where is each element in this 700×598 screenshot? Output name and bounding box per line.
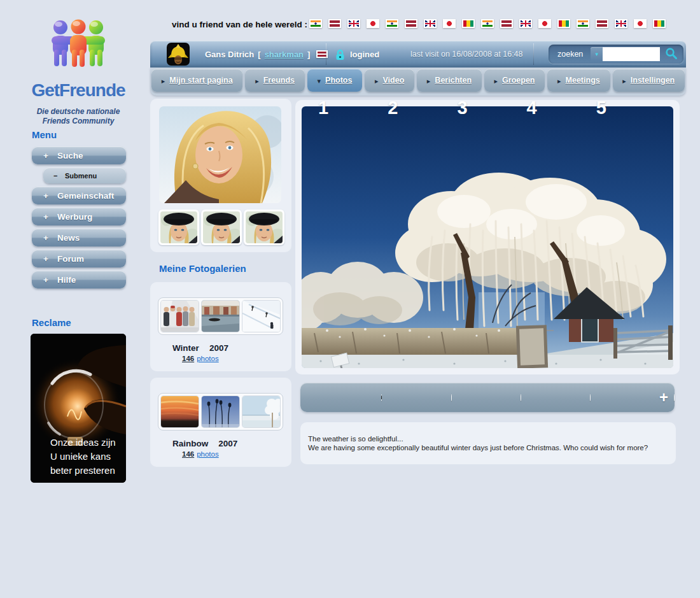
chevron-right-icon [162, 75, 165, 86]
world-bar-label: vind u friend van de hele wereld : [172, 20, 307, 29]
gallery-thumb-sunset[interactable] [161, 396, 199, 427]
gallery-thumb-ski-slope[interactable] [242, 301, 280, 332]
flag-icon[interactable] [500, 19, 513, 28]
profile-thumb-3[interactable] [244, 210, 284, 245]
logo-title[interactable]: GetFreunde [25, 80, 131, 101]
gallery-thumb-frost-tree[interactable] [242, 396, 280, 427]
tab-groepen[interactable]: Groepen [484, 69, 545, 92]
page-number-3[interactable]: 3 [457, 99, 514, 598]
page-number-1[interactable]: 1 [318, 99, 375, 598]
flag-icon[interactable] [481, 19, 494, 28]
gallery-title: Winter2007 [172, 343, 228, 353]
gallery-photos-link[interactable]: 146photos [182, 355, 219, 362]
samurai-avatar-icon [167, 43, 190, 66]
flag-icon[interactable] [309, 19, 322, 28]
sidebar-item-hilfe[interactable]: +Hilfe [32, 271, 126, 288]
user-avatar[interactable] [167, 43, 190, 66]
user-bar: Gans Ditrich [ sharkman ] logined last v… [150, 41, 686, 68]
gallery-card-rainbow: Rainbow2007 146photos [150, 378, 291, 467]
flag-icon[interactable] [519, 19, 532, 28]
galleries-heading: Meine Fotogalerien [159, 263, 246, 274]
gallery-thumbs-strip [158, 393, 283, 431]
pager-dot [451, 394, 452, 401]
search-icon [665, 47, 678, 60]
flag-icon[interactable] [634, 19, 647, 28]
flag-icon[interactable] [347, 19, 360, 28]
gallery-photos-link[interactable]: 146photos [182, 450, 219, 458]
username-link[interactable]: sharkman [265, 50, 304, 59]
flag-icon[interactable] [615, 19, 627, 28]
chevron-right-icon [427, 75, 431, 86]
profile-photo[interactable] [159, 106, 281, 203]
expand-icon: + [43, 275, 52, 285]
chevron-right-icon [255, 75, 259, 86]
flag-icon[interactable] [653, 19, 666, 28]
more-pages-button[interactable]: + [659, 390, 668, 405]
tab-video[interactable]: Video [365, 69, 414, 92]
flag-icon[interactable] [386, 19, 398, 28]
search-bar: zoeken ▾ [549, 45, 683, 64]
sidebar-item-forum[interactable]: +Forum [32, 250, 126, 267]
user-identity: Gans Ditrich [ sharkman ] [205, 41, 328, 68]
search-input[interactable] [603, 47, 660, 61]
flag-icon[interactable] [596, 19, 608, 28]
menu-heading: Menu [32, 129, 57, 140]
gallery-thumb-group-photo[interactable] [161, 301, 199, 332]
tab-instellingen[interactable]: Instellingen [613, 69, 685, 92]
caption-line-2: We are having some exceptionally beautif… [308, 444, 668, 453]
page-number-5[interactable]: 5 [596, 99, 654, 598]
tab-berichten[interactable]: Berichten [417, 69, 482, 92]
chevron-down-icon [318, 75, 321, 86]
advertisement[interactable]: Onze ideas zijn U unieke kans beter pres… [31, 334, 126, 483]
tab-freunds[interactable]: Freunds [245, 69, 304, 92]
pager-dot [590, 394, 591, 401]
flag-icon[interactable] [424, 19, 437, 28]
flag-icon[interactable] [443, 19, 456, 28]
world-flags-row [309, 19, 666, 28]
sidebar-item-news[interactable]: +News [32, 229, 126, 246]
profile-thumb-2[interactable] [201, 210, 242, 245]
logo[interactable]: GetFreunde Die deutsche nationale Friend… [25, 17, 131, 126]
flag-icon[interactable] [405, 19, 417, 28]
sidebar-item-gemeinschaft[interactable]: +Gemeinschaft [32, 187, 126, 204]
divider [533, 43, 534, 65]
expand-icon: + [43, 191, 52, 201]
divider [326, 43, 326, 65]
login-status-label: logined [350, 50, 379, 59]
expand-icon: + [43, 233, 52, 243]
flag-icon[interactable] [577, 19, 589, 28]
chevron-right-icon [494, 75, 498, 86]
sidebar-item-submenu[interactable]: −Submenu [43, 167, 126, 183]
collapse-icon: − [53, 172, 62, 180]
user-name: Gans Ditrich [205, 50, 254, 59]
expand-icon: + [43, 151, 52, 160]
chevron-right-icon [622, 75, 626, 86]
gallery-thumb-canal-city[interactable] [202, 301, 239, 332]
profile-thumbnails [158, 210, 284, 245]
flag-icon[interactable] [367, 19, 379, 28]
search-button[interactable] [664, 46, 679, 62]
gallery-card-winter: Winter2007 146photos [150, 282, 291, 371]
tab-meetings[interactable]: Meetings [547, 69, 610, 92]
tab-mijn-start-pagina[interactable]: Mijn start pagina [151, 69, 242, 92]
flag-icon[interactable] [328, 19, 341, 28]
reclame-heading: Reclame [32, 317, 71, 328]
caption-line-1: The weather is so delightful... [308, 435, 668, 444]
login-status: logined [335, 41, 379, 68]
page-number-4[interactable]: 4 [527, 99, 584, 598]
sidebar-item-werburg[interactable]: +Werburg [32, 208, 126, 225]
tab-photos[interactable]: Photos [307, 69, 362, 92]
expand-icon: + [43, 212, 52, 222]
page-number-2[interactable]: 2 [388, 99, 445, 598]
flag-icon[interactable] [462, 19, 475, 28]
search-scope-dropdown[interactable]: ▾ [591, 47, 603, 61]
sidebar-menu: +Suche −Submenu +Gemeinschaft +Werburg +… [32, 146, 126, 288]
chevron-right-icon [375, 75, 379, 86]
gallery-thumb-frozen-plants[interactable] [202, 396, 239, 427]
search-label: zoeken [557, 50, 583, 59]
profile-thumb-1[interactable] [158, 210, 199, 245]
sidebar-item-suche[interactable]: +Suche [32, 146, 126, 164]
lock-icon [335, 48, 345, 61]
flag-icon[interactable] [557, 19, 570, 28]
flag-icon[interactable] [538, 19, 551, 28]
